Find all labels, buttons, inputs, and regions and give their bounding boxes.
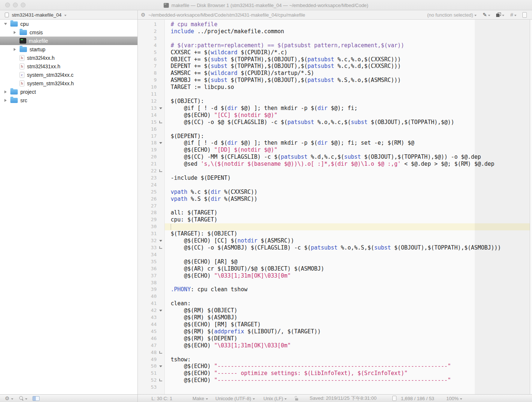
project-name[interactable]: stm32l431-makefile_04	[12, 12, 61, 18]
code-text[interactable]: include ../project/makefile.common	[165, 28, 532, 35]
document-proxy-icon[interactable]	[164, 3, 169, 8]
code-text[interactable]: vpath %.S $(dir %(ASMSRC))	[165, 196, 532, 203]
code-text[interactable]	[165, 182, 532, 189]
sidebar-item-cmsis[interactable]: cmsis	[0, 28, 137, 37]
code-text[interactable]: @$(ECHO) "------------------------------…	[165, 377, 532, 384]
code-text[interactable]	[165, 168, 532, 175]
code-line-18[interactable]: 18 @if [ ! -d $(dir $@) ]; then mkdir -p…	[138, 140, 532, 147]
code-line-16[interactable]: 16	[138, 126, 532, 133]
code-line-33[interactable]: 33 @$(CC) -o $(ASMOBJ) $(CFLAGSLIB) -c $…	[138, 244, 532, 251]
code-text[interactable]: @$(RM) $(DEPENT)	[165, 335, 532, 342]
code-line-15[interactable]: 15 @$(CC) -o $@ $(CFLAGSLIB) -c $(patsub…	[138, 119, 532, 126]
code-line-8[interactable]: 8ASMSRC += $(wildcard $(CPUDIR)/startup/…	[138, 70, 532, 77]
code-text[interactable]: @$(RM) $(ASMOBJ)	[165, 314, 532, 321]
code-text[interactable]: DEPENT += $(subst $(TOPPATH),$(OBJOUT),$…	[165, 63, 532, 70]
sidebar-item-makefile[interactable]: makefile	[0, 37, 137, 45]
code-line-47[interactable]: 47 @$(ECHO) "\033[1;31m[OK]\033[0m"	[138, 342, 532, 349]
zoom-selector[interactable]: 100%	[446, 395, 462, 402]
code-line-51[interactable]: 51 @$(ECHO) "------ optimize settings: $…	[138, 370, 532, 377]
fold-end-icon[interactable]	[157, 119, 165, 126]
code-line-27[interactable]: 27	[138, 203, 532, 210]
code-text[interactable]	[165, 126, 532, 133]
fold-end-icon[interactable]	[157, 377, 165, 384]
code-text[interactable]: TARGET := libcpu.so	[165, 84, 532, 91]
code-text[interactable]: # cpu makefile	[165, 21, 532, 28]
code-text[interactable]: @$(ECHO) "------------------------------…	[165, 363, 532, 370]
code-text[interactable]: @$(CC) -o $(ASMOBJ) $(CFLAGSLIB) -c $(pa…	[165, 244, 532, 251]
disclosure-triangle-icon[interactable]	[12, 48, 17, 51]
code-line-29[interactable]: 29cpu: $(TARGET)	[138, 216, 532, 223]
code-text[interactable]: @if [ ! -d $(dir $@) ]; then mkdir -p $(…	[165, 140, 532, 147]
code-line-10[interactable]: 10TARGET := libcpu.so	[138, 84, 532, 91]
code-text[interactable]: clean:	[165, 300, 532, 307]
code-line-46[interactable]: 46 @$(RM) $(DEPENT)	[138, 335, 532, 342]
code-text[interactable]: CXXSRC += $(wildcard $(CPUDIR)/*.c)	[165, 49, 532, 56]
code-text[interactable]: $(DEPENT):	[165, 133, 532, 140]
fold-end-icon[interactable]	[157, 349, 165, 356]
fold-end-icon[interactable]	[157, 168, 165, 175]
code-line-30[interactable]: 30	[138, 223, 532, 230]
code-line-37[interactable]: 37 @$(ECHO) "\033[1;31m[OK]\033[0m"	[138, 272, 532, 279]
code-text[interactable]: @$(ECHO) "[CC] $(notdir $@)"	[165, 112, 532, 119]
sidebar-item-project[interactable]: project	[0, 87, 137, 96]
code-text[interactable]: cpu: $(TARGET)	[165, 216, 532, 223]
language-selector[interactable]: Make	[192, 395, 208, 402]
code-text[interactable]: @$(ECHO) "------ optimize settings: $(Li…	[165, 370, 532, 377]
code-text[interactable]	[165, 203, 532, 210]
code-line-11[interactable]: 11	[138, 91, 532, 98]
code-line-48[interactable]: 48	[138, 349, 532, 356]
line-ending-selector[interactable]: Unix (LF)	[263, 395, 287, 402]
project-bar[interactable]: stm32l431-makefile_04	[0, 10, 138, 19]
code-text[interactable]: vpath %.c $(dir %(CXXSRC))	[165, 189, 532, 196]
code-line-45[interactable]: 45 @$(RM) $(addprefix $(LIBOUT)/, $(TARG…	[138, 328, 532, 335]
sidebar-item-stm32l431xx-h[interactable]: hstm32l431xx.h	[0, 62, 137, 71]
code-text[interactable]: @$(ECHO) "[DD] $(notdir $@)"	[165, 147, 532, 154]
code-text[interactable]: @$(ECHO) [CC] $(notdir $(ASMSRC))	[165, 237, 532, 244]
code-line-39[interactable]: 39.PHONY: cpu clean tshow	[138, 286, 532, 293]
disclosure-triangle-icon[interactable]	[3, 99, 8, 102]
code-text[interactable]: @$(ECHO) [AR] $@	[165, 258, 532, 265]
code-line-4[interactable]: 4# $(var:pattern=replacement) == $(patsu…	[138, 42, 532, 49]
sidebar-item-system-stm32l4xx-h[interactable]: hsystem_stm32l4xx.h	[0, 79, 137, 87]
code-text[interactable]: @$(ECHO) [RM] $(TARGET)	[165, 321, 532, 328]
new-document-button[interactable]	[522, 12, 527, 18]
symbols-button[interactable]: #	[510, 12, 516, 18]
code-line-3[interactable]: 3	[138, 35, 532, 42]
fold-start-icon[interactable]	[157, 140, 165, 147]
code-text[interactable]: @if [ ! -d $(dir $@) ]; then mkdir -p $(…	[165, 105, 532, 112]
code-text[interactable]: @$(CC) -o $@ $(CFLAGSLIB) -c $(patsubst …	[165, 119, 532, 126]
sidebar-item-system-stm32l4xx-c[interactable]: csystem_stm32l4xx.c	[0, 71, 137, 79]
code-text[interactable]	[165, 293, 532, 300]
code-text[interactable]: @$(ECHO) "\033[1;31m[OK]\033[0m"	[165, 272, 532, 279]
code-text[interactable]	[165, 35, 532, 42]
code-text[interactable]: $(TARGET): $(OBJECT)	[165, 230, 532, 237]
code-line-2[interactable]: 2include ../project/makefile.common	[138, 28, 532, 35]
code-text[interactable]: -include $(DEPENT)	[165, 175, 532, 182]
code-line-50[interactable]: 50 @$(ECHO) "---------------------------…	[138, 363, 532, 370]
gear-icon[interactable]: ⚙	[141, 12, 146, 17]
code-line-9[interactable]: 9ASMOBJ += $(subst $(TOPPATH),$(OBJOUT),…	[138, 77, 532, 84]
code-text[interactable]: $(OBJECT):	[165, 98, 532, 105]
code-text[interactable]	[165, 251, 532, 258]
code-text[interactable]: .PHONY: cpu clean tshow	[165, 286, 532, 293]
code-line-23[interactable]: 23-include $(DEPENT)	[138, 175, 532, 182]
code-line-35[interactable]: 35 @$(ECHO) [AR] $@	[138, 258, 532, 265]
search-menu-button[interactable]	[19, 395, 27, 402]
code-editor[interactable]: 1# cpu makefile2include ../project/makef…	[138, 20, 532, 394]
fold-start-icon[interactable]	[157, 105, 165, 112]
code-line-44[interactable]: 44 @$(ECHO) [RM] $(TARGET)	[138, 321, 532, 328]
code-line-53[interactable]: 53	[138, 384, 532, 391]
code-text[interactable]: @$(RM) $(OBJECT)	[165, 307, 532, 314]
code-text[interactable]: @$(RM) $(addprefix $(LIBOUT)/, $(TARGET)…	[165, 328, 532, 335]
code-text[interactable]: @$(ECHO) "\033[1;31m[OK]\033[0m"	[165, 342, 532, 349]
code-line-22[interactable]: 22	[138, 168, 532, 175]
code-line-28[interactable]: 28all: $(TARGET)	[138, 209, 532, 216]
disclosure-triangle-icon[interactable]	[3, 90, 8, 93]
code-text[interactable]	[165, 223, 532, 230]
bundle-actions-button[interactable]: ✎	[482, 12, 490, 17]
code-line-38[interactable]: 38	[138, 279, 532, 286]
code-line-14[interactable]: 14 @$(ECHO) "[CC] $(notdir $@)"	[138, 112, 532, 119]
code-line-43[interactable]: 43 @$(RM) $(ASMOBJ)	[138, 314, 532, 321]
code-line-21[interactable]: 21 @sed 's,\($(notdir $(basename $@))\).…	[138, 161, 532, 168]
code-line-40[interactable]: 40	[138, 293, 532, 300]
